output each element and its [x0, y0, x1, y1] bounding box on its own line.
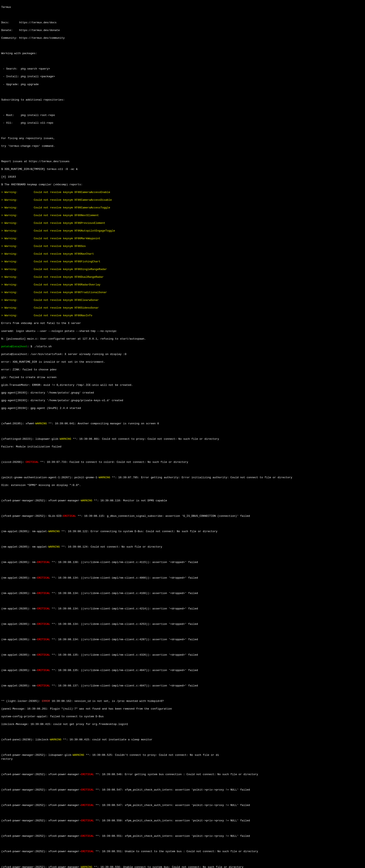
- xdg-cmd: $ XDG_RUNTIME_DIR=${TMPDIR} termux-x11 :…: [1, 167, 364, 172]
- blank-line28: [1, 765, 364, 769]
- xfce4-power-crit-2: (xfce4-power-manager:20252): xfce4-power…: [1, 788, 364, 792]
- transakmkdir: glib.TransakMkdir: ERROR: euid != 0,dire…: [1, 383, 364, 387]
- xfce4-power-crit-3: (xfce4-power-manager:20252): xfce4-power…: [1, 803, 364, 807]
- blank-line31: [1, 811, 364, 815]
- gnupg-created-2: gpg-agent[20193]: directory '/home/potat…: [1, 399, 364, 403]
- report-issues: Report issues at https://termux.dev/issu…: [1, 160, 364, 164]
- nm-critical-4: (nm-applet:20285): nm-CRITICAL **: 16:39…: [1, 607, 364, 611]
- subscribing-label: Subscribing to additional repositories:: [1, 98, 364, 102]
- pulseaudio-line: N: [pulseaudio] main.c: User-configured …: [1, 337, 364, 341]
- nm-critical-3: (nm-applet:20285): nm-CRITICAL **: 16:39…: [1, 591, 364, 595]
- warn-8: > Warning: Could not resolve keysym XF86…: [1, 244, 364, 248]
- nm-critical-9: (nm-applet:20285): nm-CRITICAL **: 16:39…: [1, 684, 364, 688]
- nm-critical-6: (nm-applet:20285): nm-CRITICAL **: 16:39…: [1, 638, 364, 642]
- nm-critical-5: (nm-applet:20285): nm-CRITICAL **: 16:39…: [1, 622, 364, 626]
- panel-message: (panel-Message: 16:39:08.261: Plugin "(n…: [1, 707, 364, 711]
- blank-line25: [1, 692, 364, 695]
- working-packages-label: Working with packages:: [1, 52, 364, 56]
- warn-16: > Warning: Could not resolve keysym XF86…: [1, 306, 364, 310]
- libupower-warning: (xfsettingsd:20223): libupower-glib-WARN…: [1, 437, 364, 441]
- glib-gio-critical: (xfce4-power-manager:20252): GLib-GIO-CR…: [1, 514, 364, 518]
- blank-line10: [1, 453, 364, 457]
- blank-line29: [1, 780, 364, 784]
- upgrade-help: - Upgrade: pkg upgrade: [1, 83, 364, 87]
- warn-3: > Warning: Could not resolve keysym XF86…: [1, 206, 364, 210]
- blank-line32: [1, 827, 364, 831]
- root-repo: - Root: pkg install root-repo: [1, 114, 364, 117]
- blank-line33: [1, 842, 364, 846]
- sys-config-printer: system-config-printer-applet: failed to …: [1, 715, 364, 719]
- nm-critical-8: (nm-applet:20285): nm-CRITICAL **: 16:39…: [1, 669, 364, 673]
- warn-9: > Warning: Could not resolve keysym XF86…: [1, 252, 364, 256]
- xfce4-power-crit-6: (xfce4-power-manager:20252): xfce4-power…: [1, 850, 364, 854]
- xiccd-critical: (xiccd:20266): CRITICAL **: 16:39:07.733…: [1, 460, 364, 464]
- warn-6: > Warning: Could not resolve keysym XF86…: [1, 229, 364, 233]
- blank-line6: [1, 129, 364, 133]
- module-init-failed: Failure: Module initialization failed: [1, 445, 364, 449]
- xfce4-power-crit-4: (xfce4-power-manager:20252): xfce4-power…: [1, 819, 364, 823]
- nm-critical-1: (nm-applet:20285): nm-CRITICAL **: 16:39…: [1, 560, 364, 564]
- blank-line18: [1, 584, 364, 588]
- blank-line: [1, 13, 364, 17]
- blank-line7: [1, 152, 364, 156]
- change-repo-cmd: try 'termux-change-repo' command.: [1, 144, 364, 148]
- warn-11: > Warning: Could not resolve keysym XF86…: [1, 268, 364, 272]
- blank-line17: [1, 568, 364, 572]
- search-help: - Search: pkg search <query>: [1, 67, 364, 71]
- power-mgr-warning-dpms: (xfce4-power-manager:20252): xfce4-power…: [1, 499, 364, 503]
- nm-applet-warning-2: (nm-applet:20285): nm-applet-WARNING **:…: [1, 545, 364, 549]
- blank-line5: [1, 106, 364, 110]
- blank-line27: [1, 746, 364, 749]
- blank-line24: [1, 676, 364, 680]
- blank-line14: [1, 522, 364, 526]
- gnupg-created-1: gpg-agent[20193]: directory '/home/potat…: [1, 391, 364, 395]
- blank-line22: [1, 645, 364, 649]
- useradd-line: useradd: login ubuntu --user --nologin p…: [1, 330, 364, 333]
- docs-line: Docs: https://termux.dev/docs: [1, 21, 364, 25]
- xkb-not-fatal: Errors from xkbcomp are not fatal to the…: [1, 321, 364, 326]
- glx-failed: glx: failed to create drisw screen: [1, 376, 364, 379]
- xfwm4-warning: (xfwm4:20195): xfwm4-WARNING **: 16:39:0…: [1, 422, 364, 426]
- blank-line13: [1, 506, 364, 510]
- blank-line15: [1, 537, 364, 541]
- blank-line23: [1, 661, 364, 665]
- nm-critical-2: (nm-applet:20285): nm-CRITICAL **: 16:39…: [1, 576, 364, 580]
- warn-7: > Warning: Could not resolve keysym XF86…: [1, 237, 364, 241]
- terminal-output[interactable]: Termux Docs: https://termux.dev/docs Don…: [0, 0, 365, 868]
- startx-cmd: potato@localhost: $ ./startx.sh: [1, 345, 364, 349]
- blank-line30: [1, 796, 364, 800]
- blank-line20: [1, 615, 364, 619]
- x-running: potato@localhost: /usr/bin/startxfce4: X…: [1, 352, 364, 356]
- blank-line21: [1, 630, 364, 634]
- xfce4-power-crit-5: (xfce4-power-manager:20252): xfce4-power…: [1, 834, 364, 838]
- warn-12: > Warning: Could not resolve keysym XF86…: [1, 275, 364, 279]
- blank-line34: [1, 857, 364, 861]
- blank-line16: [1, 553, 364, 557]
- xfce4-power-warn-bus: (xfce4-power-manager:20252): xfce4-power…: [1, 865, 364, 868]
- blank-line3: [1, 59, 364, 63]
- warn-1: > Warning: Could not resolve keysym XF86…: [1, 190, 364, 194]
- blank-line9: [1, 430, 364, 433]
- welcome-line: Termux: [1, 5, 364, 9]
- libupower-warning-2: (xfce4-power-manager:20252): libupower-g…: [1, 753, 364, 761]
- dpms-missing: Xlib: extension "DPMS" missing on displa…: [1, 484, 364, 487]
- donate-line: Donate: https://termux.dev/donate: [1, 29, 364, 32]
- community-line: Community: https://termux.dev/community: [1, 36, 364, 40]
- light-locker-error: ** (light-locker:20305): ERROR 16:39:08.…: [1, 700, 364, 703]
- blank-line26: [1, 730, 364, 734]
- warn-5: > Warning: Could not resolve keysym XF86…: [1, 221, 364, 225]
- blank-line4: [1, 90, 364, 94]
- blank-line11: [1, 468, 364, 472]
- warn-14: > Warning: Could not resolve keysym XF86…: [1, 291, 364, 294]
- libclock-message: libclock-Message: 16:39:08.415: could no…: [1, 722, 364, 726]
- blank-line8: [1, 414, 364, 418]
- warn-10: > Warning: Could not resolve keysym XF86…: [1, 260, 364, 264]
- nm-critical-7: (nm-applet:20285): nm-CRITICAL **: 16:39…: [1, 653, 364, 657]
- warn-4: > Warning: Could not resolve keysym XF86…: [1, 214, 364, 218]
- xfce4-power-crit-1: (xfce4-power-manager:20252): xfce4-power…: [1, 773, 364, 777]
- x11-repo: - X11: pkg install x11-repo: [1, 121, 364, 125]
- blank-line12: [1, 491, 364, 495]
- zink-failed: error: ZINK: failed to choose pdev: [1, 368, 364, 372]
- nm-applet-warning-1: (nm-applet:20285): nm-applet-WARNING **:…: [1, 530, 364, 534]
- warn-17: > Warning: Could not resolve keysym XF86…: [1, 314, 364, 318]
